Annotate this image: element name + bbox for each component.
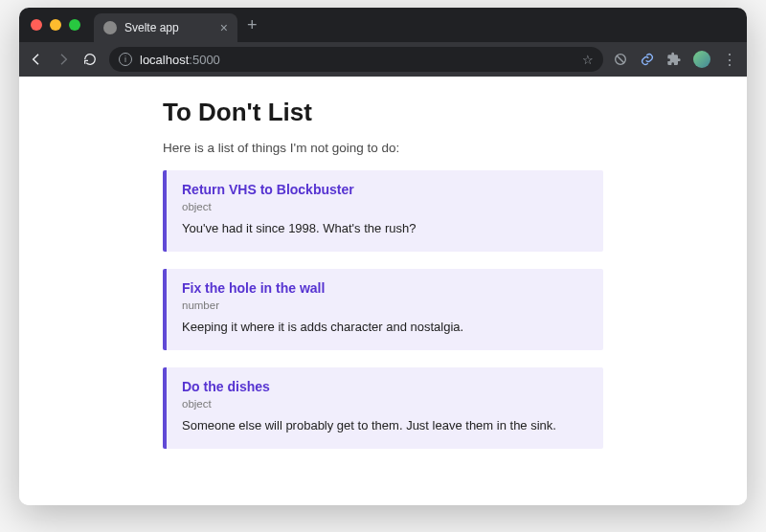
window-controls [31, 19, 80, 31]
page-viewport: To Don't List Here is a list of things I… [19, 77, 747, 505]
item-description: Someone else will probably get to them. … [182, 417, 588, 435]
page-content: To Don't List Here is a list of things I… [163, 98, 603, 449]
item-type: object [182, 201, 588, 212]
page-intro: Here is a list of things I'm not going t… [163, 141, 603, 155]
list-item: Return VHS to Blockbuster object You've … [163, 170, 603, 252]
item-title: Do the dishes [182, 379, 588, 394]
new-tab-button[interactable]: + [247, 16, 258, 33]
item-type: number [182, 299, 588, 311]
list-item: Do the dishes object Someone else will p… [163, 367, 603, 449]
bookmark-star-icon[interactable]: ☆ [582, 53, 594, 67]
browser-toolbar: i localhost:5000 ☆ ⋮ [19, 42, 747, 77]
address-port: :5000 [189, 53, 220, 67]
extensions-icon[interactable] [666, 52, 682, 67]
blocker-icon[interactable] [613, 52, 628, 67]
forward-button[interactable] [56, 52, 73, 67]
tab-favicon [103, 21, 117, 34]
window-maximize-button[interactable] [69, 19, 80, 31]
page-title: To Don't List [163, 98, 603, 127]
item-title: Return VHS to Blockbuster [182, 182, 588, 197]
window-minimize-button[interactable] [50, 19, 61, 31]
address-host: localhost [140, 53, 189, 67]
titlebar: Svelte app × + [19, 8, 747, 42]
browser-tab[interactable]: Svelte app × [94, 13, 237, 42]
item-type: object [182, 398, 588, 410]
reload-button[interactable] [82, 52, 100, 67]
window-close-button[interactable] [31, 19, 42, 31]
list-item: Fix the hole in the wall number Keeping … [163, 269, 603, 350]
browser-window: Svelte app × + i localhost:5000 ☆ [19, 8, 747, 505]
tab-title: Svelte app [124, 21, 179, 34]
item-title: Fix the hole in the wall [182, 280, 588, 296]
item-description: Keeping it where it is adds character an… [182, 319, 588, 337]
back-button[interactable] [29, 52, 46, 67]
profile-avatar[interactable] [693, 51, 710, 68]
item-description: You've had it since 1998. What's the rus… [182, 220, 588, 238]
tab-close-icon[interactable]: × [220, 21, 228, 34]
site-info-icon[interactable]: i [119, 53, 132, 66]
browser-menu-button[interactable]: ⋮ [722, 51, 737, 69]
toolbar-right: ⋮ [613, 51, 737, 69]
address-bar[interactable]: i localhost:5000 ☆ [109, 47, 603, 72]
link-icon[interactable] [640, 52, 655, 67]
